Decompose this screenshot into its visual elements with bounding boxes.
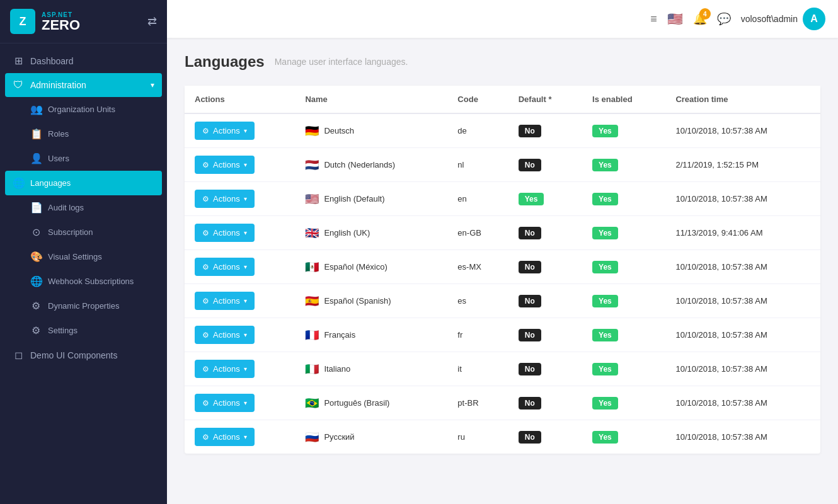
actions-label: Actions bbox=[213, 296, 240, 306]
visual-settings-icon: 🎨 bbox=[30, 251, 42, 263]
creation-time: 10/10/2018, 10:57:38 AM bbox=[665, 182, 820, 216]
sidebar-item-demo-ui[interactable]: ◻ Demo UI Components bbox=[0, 343, 167, 367]
notification-bell-icon[interactable]: 🔔 4 bbox=[693, 12, 707, 26]
webhook-icon: 🌐 bbox=[30, 275, 42, 287]
gear-icon: ⚙ bbox=[202, 263, 209, 272]
sidebar-item-org-units[interactable]: 👥 Organization Units bbox=[0, 97, 167, 122]
chat-icon[interactable]: 💬 bbox=[717, 12, 731, 26]
language-name: 🇺🇸 English (Default) bbox=[305, 192, 437, 206]
creation-time: 10/10/2018, 10:57:38 AM bbox=[665, 284, 820, 318]
sidebar-item-label: Administration bbox=[30, 80, 86, 90]
sidebar-item-label: Dynamic Properties bbox=[48, 301, 119, 311]
flag-icon: 🇷🇺 bbox=[305, 430, 319, 444]
chevron-down-icon: ▾ bbox=[244, 297, 247, 304]
flag-icon: 🇧🇷 bbox=[305, 396, 319, 410]
enabled-badge: Yes bbox=[592, 397, 618, 410]
gear-icon: ⚙ bbox=[202, 365, 209, 374]
sidebar-nav: ⊞ Dashboard 🛡 Administration ▾ 👥 Organiz… bbox=[0, 43, 167, 504]
actions-label: Actions bbox=[213, 364, 240, 374]
language-name-text: Deutsch bbox=[324, 126, 354, 135]
language-name-text: Español (México) bbox=[324, 262, 387, 272]
actions-label: Actions bbox=[213, 126, 240, 135]
sidebar-item-dynamic-properties[interactable]: ⚙ Dynamic Properties bbox=[0, 294, 167, 318]
default-badge: No bbox=[519, 125, 541, 137]
chevron-down-icon: ▾ bbox=[151, 81, 154, 89]
sidebar-item-label: Audit logs bbox=[48, 203, 84, 212]
col-default: Default * bbox=[508, 86, 582, 113]
default-badge: No bbox=[519, 363, 541, 375]
actions-label: Actions bbox=[213, 432, 240, 442]
sidebar-item-audit-logs[interactable]: 📄 Audit logs bbox=[0, 195, 167, 220]
sidebar-item-label: Visual Settings bbox=[48, 252, 102, 261]
sidebar-item-webhook[interactable]: 🌐 Webhook Subscriptions bbox=[0, 269, 167, 294]
chevron-down-icon: ▾ bbox=[244, 127, 247, 134]
flag-icon: 🇮🇹 bbox=[305, 362, 319, 376]
table-row: ⚙ Actions ▾ 🇷🇺 Русский ru No Yes 10/10/2… bbox=[185, 420, 820, 454]
language-name: 🇮🇹 Italiano bbox=[305, 362, 437, 376]
creation-time: 10/10/2018, 10:57:38 AM bbox=[665, 352, 820, 386]
chevron-down-icon: ▾ bbox=[244, 263, 247, 270]
user-info: volosoft\admin A bbox=[741, 8, 825, 30]
sidebar-item-administration[interactable]: 🛡 Administration ▾ bbox=[5, 73, 162, 97]
default-badge: No bbox=[519, 261, 541, 273]
logo-text: ZERO bbox=[42, 18, 80, 32]
settings-icon[interactable]: ≡ bbox=[650, 13, 657, 26]
col-creation-time: Creation time bbox=[665, 86, 820, 113]
sidebar-toggle-button[interactable]: ⇄ bbox=[147, 14, 157, 28]
actions-button[interactable]: ⚙ Actions ▾ bbox=[195, 258, 255, 276]
gear-icon: ⚙ bbox=[202, 331, 209, 340]
actions-button[interactable]: ⚙ Actions ▾ bbox=[195, 190, 255, 208]
actions-label: Actions bbox=[213, 398, 240, 408]
language-name: 🇫🇷 Français bbox=[305, 328, 437, 342]
sidebar-item-visual-settings[interactable]: 🎨 Visual Settings bbox=[0, 244, 167, 269]
creation-time: 2/11/2019, 1:52:15 PM bbox=[665, 148, 820, 182]
language-code: de bbox=[447, 113, 508, 148]
actions-button[interactable]: ⚙ Actions ▾ bbox=[195, 394, 255, 412]
actions-button[interactable]: ⚙ Actions ▾ bbox=[195, 360, 255, 378]
language-name: 🇲🇽 Español (México) bbox=[305, 260, 437, 274]
default-badge: No bbox=[519, 397, 541, 410]
enabled-badge: Yes bbox=[592, 261, 618, 273]
language-name: 🇪🇸 Español (Spanish) bbox=[305, 294, 437, 308]
sidebar-item-languages[interactable]: 🌐 Languages bbox=[5, 171, 162, 195]
chevron-down-icon: ▾ bbox=[244, 229, 247, 236]
language-flag[interactable]: 🇺🇸 bbox=[667, 11, 683, 26]
sidebar-item-roles[interactable]: 📋 Roles bbox=[0, 122, 167, 146]
sidebar-item-dashboard[interactable]: ⊞ Dashboard bbox=[0, 49, 167, 73]
language-code: nl bbox=[447, 148, 508, 182]
avatar[interactable]: A bbox=[803, 8, 825, 30]
gear-icon: ⚙ bbox=[202, 161, 209, 169]
flag-icon: 🇲🇽 bbox=[305, 260, 319, 274]
language-name-text: Español (Spanish) bbox=[324, 296, 391, 306]
creation-time: 10/10/2018, 10:57:38 AM bbox=[665, 318, 820, 352]
table-row: ⚙ Actions ▾ 🇳🇱 Dutch (Nederlands) nl No … bbox=[185, 148, 820, 182]
sidebar-item-label: Demo UI Components bbox=[30, 350, 118, 360]
logo-text-block: ASP.NET ZERO bbox=[42, 11, 80, 32]
actions-button[interactable]: ⚙ Actions ▾ bbox=[195, 156, 255, 174]
audit-logs-icon: 📄 bbox=[30, 202, 42, 214]
actions-button[interactable]: ⚙ Actions ▾ bbox=[195, 122, 255, 140]
chevron-down-icon: ▾ bbox=[244, 433, 247, 440]
default-badge: No bbox=[519, 227, 541, 239]
table-row: ⚙ Actions ▾ 🇺🇸 English (Default) en Yes … bbox=[185, 182, 820, 216]
actions-button[interactable]: ⚙ Actions ▾ bbox=[195, 326, 255, 344]
actions-button[interactable]: ⚙ Actions ▾ bbox=[195, 428, 255, 446]
table-row: ⚙ Actions ▾ 🇲🇽 Español (México) es-MX No… bbox=[185, 250, 820, 284]
page-subtitle: Manage user interface languages. bbox=[275, 57, 408, 67]
sidebar-item-settings[interactable]: ⚙ Settings bbox=[0, 318, 167, 343]
chevron-down-icon: ▾ bbox=[244, 399, 247, 406]
page-header: Languages Manage user interface language… bbox=[185, 53, 820, 71]
actions-button[interactable]: ⚙ Actions ▾ bbox=[195, 292, 255, 310]
language-name-text: English (UK) bbox=[324, 228, 370, 238]
language-code: ru bbox=[447, 420, 508, 454]
actions-button[interactable]: ⚙ Actions ▾ bbox=[195, 224, 255, 242]
language-name: 🇳🇱 Dutch (Nederlands) bbox=[305, 158, 437, 172]
sidebar-item-users[interactable]: 👤 Users bbox=[0, 146, 167, 171]
sidebar-item-subscription[interactable]: ⊙ Subscription bbox=[0, 220, 167, 244]
administration-icon: 🛡 bbox=[13, 79, 24, 91]
sidebar: Z ASP.NET ZERO ⇄ ⊞ Dashboard 🛡 Administr… bbox=[0, 0, 167, 504]
language-name: 🇩🇪 Deutsch bbox=[305, 124, 437, 138]
sidebar-item-label: Webhook Subscriptions bbox=[48, 277, 134, 286]
sidebar-logo: Z ASP.NET ZERO ⇄ bbox=[0, 0, 167, 43]
sidebar-item-label: Roles bbox=[48, 129, 69, 139]
